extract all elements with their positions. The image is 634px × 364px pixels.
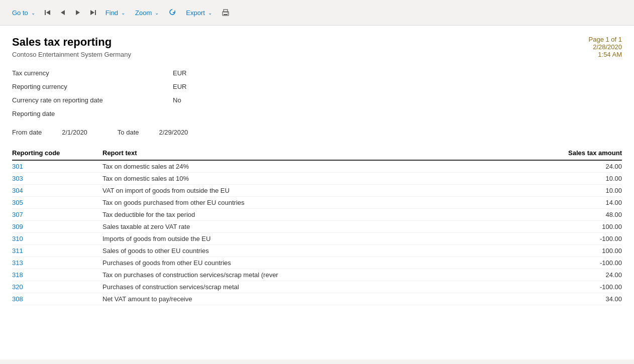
reporting-code-cell[interactable]: 305 xyxy=(12,199,102,206)
last-page-button[interactable] xyxy=(86,6,99,19)
col-text-header: Report text xyxy=(102,149,542,157)
report-time: 1:54 AM xyxy=(589,51,622,58)
svg-marker-3 xyxy=(76,10,80,15)
reporting-date-label: Reporting date xyxy=(12,110,173,117)
tax-currency-label: Tax currency xyxy=(12,69,173,77)
next-page-button[interactable] xyxy=(71,6,84,19)
reporting-code-cell[interactable]: 301 xyxy=(12,163,102,170)
col-amount-header: Sales tax amount xyxy=(542,149,622,157)
table-row: 301Tax on domestic sales at 24%24.00 xyxy=(12,161,622,173)
svg-rect-8 xyxy=(224,14,228,15)
table-row: 320Purchases of construction services/sc… xyxy=(12,281,622,293)
table-row: 318Tax on purchases of construction serv… xyxy=(12,269,622,281)
report-text-cell: Purchases of construction services/scrap… xyxy=(102,283,542,291)
sales-tax-amount-cell: 100.00 xyxy=(542,223,622,230)
table-row: 311Sales of goods to other EU countries1… xyxy=(12,245,622,257)
table-row: 304VAT on import of goods from outside t… xyxy=(12,185,622,197)
reporting-code-cell[interactable]: 310 xyxy=(12,235,102,242)
tax-table: Reporting code Report text Sales tax amo… xyxy=(12,146,622,305)
first-page-button[interactable] xyxy=(41,6,54,19)
reporting-code-cell[interactable]: 304 xyxy=(12,187,102,194)
date-range-row: From date 2/1/2020 To date 2/29/2020 xyxy=(12,123,622,138)
export-button[interactable]: Export ⌄ xyxy=(182,6,216,20)
report-text-cell: Tax on domestic sales at 24% xyxy=(102,163,542,170)
goto-label: Go to xyxy=(12,9,28,17)
sales-tax-amount-cell: -100.00 xyxy=(542,259,622,267)
prev-page-button[interactable] xyxy=(56,6,69,19)
sales-tax-amount-cell: 14.00 xyxy=(542,199,622,206)
report-title: Sales tax reporting xyxy=(12,36,131,49)
svg-rect-0 xyxy=(45,10,46,15)
reporting-code-cell[interactable]: 311 xyxy=(12,247,102,255)
reporting-code-cell[interactable]: 309 xyxy=(12,223,102,230)
report-text-cell: Net VAT amount to pay/receive xyxy=(102,295,542,303)
report-text-cell: Tax on purchases of construction service… xyxy=(102,271,542,279)
page-number: Page 1 of 1 xyxy=(589,36,622,43)
tax-currency-value: EUR xyxy=(173,69,186,77)
last-page-icon xyxy=(89,9,96,16)
refresh-icon xyxy=(168,8,177,17)
report-text-cell: Sales of goods to other EU countries xyxy=(102,247,542,255)
next-page-icon xyxy=(74,9,81,16)
table-row: 305Tax on goods purchased from other EU … xyxy=(12,197,622,209)
sales-tax-amount-cell: -100.00 xyxy=(542,235,622,242)
svg-marker-5 xyxy=(90,10,94,15)
refresh-button[interactable] xyxy=(165,5,180,20)
export-label: Export xyxy=(186,9,205,17)
reporting-code-cell[interactable]: 313 xyxy=(12,259,102,267)
export-chevron-icon: ⌄ xyxy=(208,10,212,16)
table-body: 301Tax on domestic sales at 24%24.00303T… xyxy=(12,161,622,305)
table-row: 308Net VAT amount to pay/receive34.00 xyxy=(12,293,622,305)
sales-tax-amount-cell: 10.00 xyxy=(542,187,622,194)
report-date: 2/28/2020 xyxy=(589,43,622,51)
reporting-code-cell[interactable]: 303 xyxy=(12,175,102,182)
table-row: 309Sales taxable at zero VAT rate100.00 xyxy=(12,221,622,233)
reporting-code-cell[interactable]: 308 xyxy=(12,295,102,303)
company-name: Contoso Entertainment System Germany xyxy=(12,51,131,58)
page-info-section: Page 1 of 1 2/28/2020 1:54 AM xyxy=(589,36,622,58)
report-content: Sales tax reporting Contoso Entertainmen… xyxy=(0,26,634,359)
currency-rate-label: Currency rate on reporting date xyxy=(12,96,173,104)
zoom-chevron-icon: ⌄ xyxy=(155,10,159,16)
sales-tax-amount-cell: -100.00 xyxy=(542,283,622,291)
table-row: 310Imports of goods from outside the EU-… xyxy=(12,233,622,245)
table-row: 313Purchases of goods from other EU coun… xyxy=(12,257,622,269)
reporting-code-cell[interactable]: 320 xyxy=(12,283,102,291)
reporting-currency-row: Reporting currency EUR xyxy=(12,80,622,93)
reporting-currency-value: EUR xyxy=(173,83,186,90)
find-button[interactable]: Find ⌄ xyxy=(101,6,129,20)
zoom-button[interactable]: Zoom ⌄ xyxy=(131,6,163,20)
currency-rate-row: Currency rate on reporting date No xyxy=(12,93,622,107)
toolbar: Go to ⌄ Find ⌄ Zoom ⌄ xyxy=(0,0,634,26)
report-text-cell: VAT on import of goods from outside the … xyxy=(102,187,542,194)
svg-rect-4 xyxy=(95,10,96,15)
report-text-cell: Purchases of goods from other EU countri… xyxy=(102,259,542,267)
report-title-section: Sales tax reporting Contoso Entertainmen… xyxy=(12,36,131,58)
sales-tax-amount-cell: 34.00 xyxy=(542,295,622,303)
currency-rate-value: No xyxy=(173,96,181,104)
prev-page-icon xyxy=(59,9,66,16)
sales-tax-amount-cell: 10.00 xyxy=(542,175,622,182)
print-icon xyxy=(221,8,230,17)
tax-currency-row: Tax currency EUR xyxy=(12,66,622,80)
reporting-code-cell[interactable]: 318 xyxy=(12,271,102,279)
goto-button[interactable]: Go to ⌄ xyxy=(8,6,39,20)
zoom-label: Zoom xyxy=(135,9,152,17)
print-button[interactable] xyxy=(218,5,233,20)
from-date-value: 2/1/2020 xyxy=(62,129,87,136)
report-text-cell: Sales taxable at zero VAT rate xyxy=(102,223,542,230)
find-chevron-icon: ⌄ xyxy=(121,10,125,16)
reporting-code-cell[interactable]: 307 xyxy=(12,211,102,218)
report-text-cell: Tax on goods purchased from other EU cou… xyxy=(102,199,542,206)
sales-tax-amount-cell: 24.00 xyxy=(542,271,622,279)
find-label: Find xyxy=(105,9,118,17)
report-text-cell: Tax deductible for the tax period xyxy=(102,211,542,218)
table-header: Reporting code Report text Sales tax amo… xyxy=(12,146,622,161)
goto-chevron-icon: ⌄ xyxy=(31,10,35,16)
report-text-cell: Tax on domestic sales at 10% xyxy=(102,175,542,182)
report-text-cell: Imports of goods from outside the EU xyxy=(102,235,542,242)
to-date-label: To date xyxy=(118,129,139,136)
col-code-header: Reporting code xyxy=(12,149,102,157)
report-header: Sales tax reporting Contoso Entertainmen… xyxy=(12,36,622,58)
first-page-icon xyxy=(44,9,51,16)
